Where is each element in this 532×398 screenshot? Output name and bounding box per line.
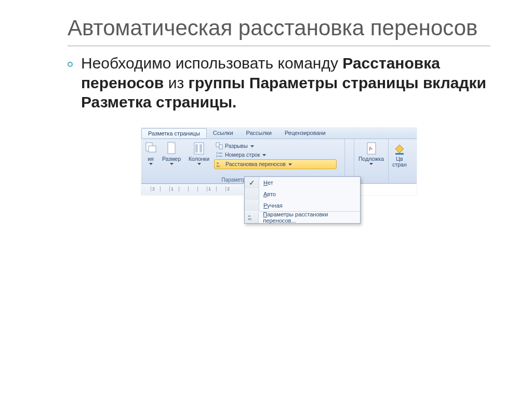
slide-body: Необходимо использовать команду Расстано… [81, 53, 490, 112]
watermark-button[interactable]: A Подложка [356, 141, 386, 165]
ribbon-body: ия Размер [141, 139, 417, 184]
hyphen-option-manual[interactable]: Ручная [245, 200, 360, 211]
size-label: Размер [162, 156, 181, 162]
chevron-down-icon [250, 145, 254, 147]
hyphenation-button[interactable]: a- bc Расстановка переносов [214, 159, 337, 169]
watermark-label: Подложка [358, 156, 384, 162]
svg-rect-17 [395, 153, 404, 155]
svg-text:bc: bc [248, 217, 251, 221]
paint-bucket-icon [393, 142, 406, 155]
breaks-icon [216, 142, 223, 150]
ribbon-tabs: Разметка страницы Ссылки Рассылки Реценз… [141, 128, 417, 139]
svg-text:bc: bc [217, 164, 220, 168]
slide-title: Автоматическая расстановка переносов [68, 16, 490, 46]
hyphen-none-label: Нет [259, 180, 273, 186]
hyphen-manual-label: Ручная [259, 202, 283, 209]
watermark-icon: A [365, 142, 378, 155]
svg-rect-3 [173, 142, 175, 144]
page-color-label: Цвстран [392, 156, 407, 168]
chevron-down-icon [170, 163, 174, 165]
page-setup-stack: Разрывы 1 2 Номера строк [214, 141, 337, 169]
tab-references[interactable]: Ссылки [207, 128, 240, 138]
hyphen-auto-label: Авто [259, 191, 276, 197]
chevron-down-icon [149, 163, 153, 165]
hyphen-option-none[interactable]: ✓ Нет [245, 177, 360, 188]
svg-rect-8 [219, 145, 222, 149]
size-button[interactable]: Размер [159, 141, 184, 165]
breaks-label: Разрывы [225, 143, 248, 149]
svg-rect-5 [195, 144, 198, 153]
hyphen-option-params[interactable]: a- bc Параметры расстановки переносов... [245, 212, 360, 223]
group-page-color: Цвстран [389, 139, 410, 183]
page-color-button[interactable]: Цвстран [391, 141, 408, 168]
tab-review[interactable]: Рецензировани [278, 128, 332, 138]
columns-icon [193, 142, 205, 155]
orientation-label: ия [148, 156, 154, 162]
check-icon: ✓ [249, 179, 255, 187]
chevron-down-icon [288, 163, 292, 166]
line-numbers-button[interactable]: 1 2 Номера строк [214, 150, 337, 159]
tab-page-layout[interactable]: Разметка страницы [141, 128, 207, 138]
page-size-icon [165, 142, 178, 155]
tab-mailings[interactable]: Рассылки [240, 128, 278, 138]
body-text-prefix: Необходимо использовать команду [81, 54, 342, 72]
chevron-down-icon [369, 163, 373, 165]
horizontal-ruler: 2 1 1 2 [141, 184, 243, 195]
breaks-button[interactable]: Разрывы [214, 142, 337, 150]
svg-rect-1 [149, 146, 156, 152]
hyphenation-icon: a- bc [248, 213, 256, 221]
svg-rect-7 [216, 143, 219, 147]
chevron-down-icon [262, 154, 266, 156]
bullet-item: Необходимо использовать команду Расстано… [68, 53, 490, 112]
chevron-down-icon [197, 163, 201, 165]
line-numbers-icon: 1 2 [216, 151, 223, 159]
svg-rect-6 [200, 144, 202, 153]
columns-button[interactable]: Колонки [185, 141, 213, 165]
hyphenation-icon: a- bc [216, 160, 224, 168]
orientation-icon [144, 142, 157, 155]
hyphenation-dropdown: ✓ Нет Авто Ручная [244, 176, 361, 224]
hyphenation-label: Расстановка переносов [225, 161, 286, 167]
orientation-button[interactable]: ия [143, 141, 158, 165]
line-numbers-label: Номера строк [225, 152, 260, 158]
hyphen-option-auto[interactable]: Авто [245, 188, 360, 200]
word-ribbon-screenshot: Разметка страницы Ссылки Рассылки Реценз… [141, 128, 417, 195]
hyphen-params-label: Параметры расстановки переносов... [259, 211, 360, 224]
bullet-marker [68, 62, 73, 67]
body-text-mid: из [164, 74, 188, 91]
svg-text:2: 2 [216, 155, 218, 158]
columns-label: Колонки [189, 156, 209, 162]
